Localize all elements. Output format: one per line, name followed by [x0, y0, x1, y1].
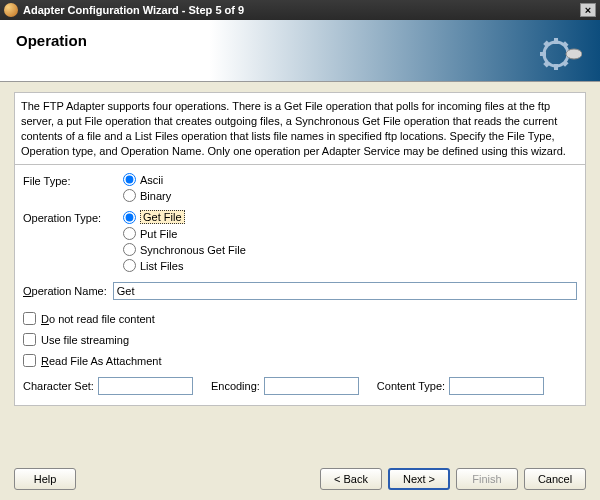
svg-rect-3 — [540, 52, 546, 56]
charset-input[interactable] — [98, 377, 193, 395]
op-type-put-file[interactable]: Put File — [123, 227, 246, 240]
file-type-ascii[interactable]: Ascii — [123, 173, 171, 186]
encoding-label: Encoding: — [211, 380, 260, 392]
check-do-not-read-box[interactable] — [23, 312, 36, 325]
window-title: Adapter Configuration Wizard - Step 5 of… — [23, 4, 244, 16]
help-button[interactable]: Help — [14, 468, 76, 490]
charset-label: Character Set: — [23, 380, 94, 392]
svg-point-9 — [566, 49, 582, 59]
finish-button: Finish — [456, 468, 518, 490]
svg-rect-2 — [554, 64, 558, 70]
op-type-sync-get-file-radio[interactable] — [123, 243, 136, 256]
next-button[interactable]: Next > — [388, 468, 450, 490]
check-use-streaming-box[interactable] — [23, 333, 36, 346]
svg-rect-1 — [554, 38, 558, 44]
back-button[interactable]: < Back — [320, 468, 382, 490]
file-type-binary-radio[interactable] — [123, 189, 136, 202]
operation-name-row: Operation Name: — [23, 282, 577, 300]
close-icon[interactable]: × — [580, 3, 596, 17]
cancel-button[interactable]: Cancel — [524, 468, 586, 490]
op-type-list-files-radio[interactable] — [123, 259, 136, 272]
content-type-field: Content Type: — [377, 377, 544, 395]
encoding-input[interactable] — [264, 377, 359, 395]
svg-rect-8 — [562, 41, 568, 47]
operation-name-label: Operation Name: — [23, 285, 107, 297]
op-type-list-files[interactable]: List Files — [123, 259, 246, 272]
check-do-not-read[interactable]: Do not read file content — [23, 312, 577, 325]
operation-type-label: Operation Type: — [23, 210, 123, 224]
wizard-header: Operation — [0, 20, 600, 82]
content-area: The FTP Adapter supports four operations… — [0, 82, 600, 459]
description-text: The FTP Adapter supports four operations… — [14, 92, 586, 165]
file-type-label: File Type: — [23, 173, 123, 187]
page-title: Operation — [16, 32, 584, 49]
form-area: File Type: Ascii Binary Operation Type: … — [14, 165, 586, 406]
svg-rect-6 — [562, 60, 568, 66]
file-type-row: File Type: Ascii Binary — [23, 173, 577, 202]
content-type-input[interactable] — [449, 377, 544, 395]
file-type-ascii-radio[interactable] — [123, 173, 136, 186]
op-type-get-file[interactable]: Get File — [123, 210, 246, 224]
check-read-as-attachment-box[interactable] — [23, 354, 36, 367]
gear-icon — [538, 32, 582, 76]
checkbox-group: Do not read file content Use file stream… — [23, 312, 577, 367]
button-bar: Help < Back Next > Finish Cancel — [0, 459, 600, 499]
encoding-field: Encoding: — [211, 377, 359, 395]
app-icon — [4, 3, 18, 17]
operation-type-row: Operation Type: Get File Put File Synchr… — [23, 210, 577, 272]
operation-name-input[interactable] — [113, 282, 577, 300]
file-type-binary[interactable]: Binary — [123, 189, 171, 202]
titlebar: Adapter Configuration Wizard - Step 5 of… — [0, 0, 600, 20]
attachment-fields: Character Set: Encoding: Content Type: — [23, 377, 577, 395]
check-use-streaming[interactable]: Use file streaming — [23, 333, 577, 346]
op-type-get-file-radio[interactable] — [123, 211, 136, 224]
content-type-label: Content Type: — [377, 380, 445, 392]
op-type-put-file-radio[interactable] — [123, 227, 136, 240]
op-type-sync-get-file[interactable]: Synchronous Get File — [123, 243, 246, 256]
check-read-as-attachment[interactable]: Read File As Attachment — [23, 354, 577, 367]
charset-field: Character Set: — [23, 377, 193, 395]
